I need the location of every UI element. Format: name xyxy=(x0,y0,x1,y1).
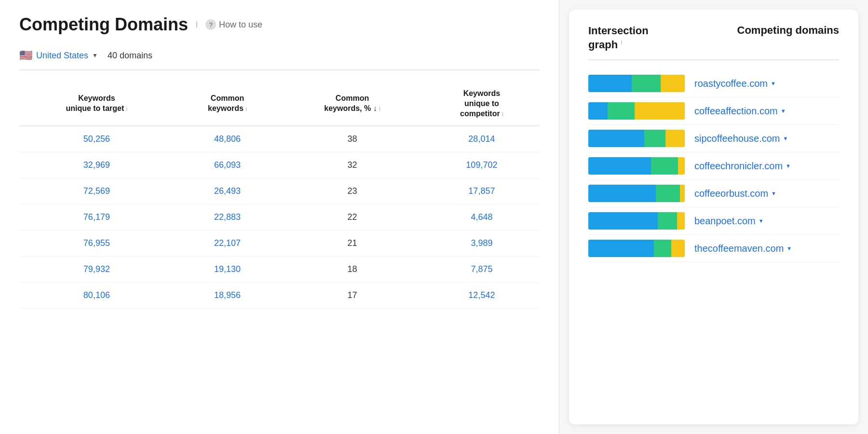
col-keywords-unique-target: Keywordsunique to target i xyxy=(19,82,174,126)
domain-name: beanpoet.com xyxy=(694,216,756,227)
bar-blue xyxy=(588,130,644,147)
cell-unique-target[interactable]: 32,969 xyxy=(19,152,174,178)
chevron-down-icon: ▼ xyxy=(92,52,98,59)
bar-green xyxy=(651,157,678,175)
domain-row: coffeeaffection.com ▼ xyxy=(588,97,839,125)
intersection-bar xyxy=(588,130,685,147)
domain-row: coffeeorbust.com ▼ xyxy=(588,180,839,207)
table-row: 79,932 19,130 18 7,875 xyxy=(19,257,540,283)
table-row: 32,969 66,093 32 109,702 xyxy=(19,152,540,178)
cell-unique-competitor[interactable]: 17,857 xyxy=(424,178,540,204)
cell-common-keywords[interactable]: 26,493 xyxy=(174,178,281,204)
bar-blue xyxy=(588,185,656,202)
domain-name: coffeeaffection.com xyxy=(694,106,778,117)
country-label: United States xyxy=(36,51,88,61)
domain-row: roastycoffee.com ▼ xyxy=(588,70,839,97)
domain-list: roastycoffee.com ▼ coffeeaffection.com ▼… xyxy=(588,70,839,262)
intersection-bar xyxy=(588,102,685,120)
cell-unique-competitor[interactable]: 4,648 xyxy=(424,204,540,231)
cell-common-pct: 21 xyxy=(281,231,424,257)
cell-unique-competitor[interactable]: 3,989 xyxy=(424,231,540,257)
bar-green xyxy=(656,185,680,202)
question-icon: ? xyxy=(205,19,216,30)
cell-unique-target[interactable]: 76,955 xyxy=(19,231,174,257)
cell-unique-target[interactable]: 80,106 xyxy=(19,283,174,309)
domain-chevron-icon: ▼ xyxy=(786,163,791,169)
table-header-row: Keywordsunique to target i Commonkeyword… xyxy=(19,82,540,126)
domain-row: beanpoet.com ▼ xyxy=(588,207,839,235)
cell-common-keywords[interactable]: 22,883 xyxy=(174,204,281,231)
domain-link[interactable]: coffeeaffection.com ▼ xyxy=(694,106,786,117)
table-row: 72,569 26,493 23 17,857 xyxy=(19,178,540,204)
col-common-pct[interactable]: Commonkeywords, % ↓ i xyxy=(281,82,424,126)
col-common-keywords: Commonkeywords i xyxy=(174,82,281,126)
table-body: 50,256 48,806 38 28,014 32,969 66,093 32… xyxy=(19,126,540,309)
domain-name: roastycoffee.com xyxy=(694,78,768,89)
domain-chevron-icon: ▼ xyxy=(787,245,792,251)
bar-yellow xyxy=(671,240,685,257)
bar-yellow xyxy=(680,185,685,202)
domain-chevron-icon: ▼ xyxy=(771,190,776,196)
domain-row: coffeechronicler.com ▼ xyxy=(588,152,839,180)
bar-blue xyxy=(588,102,608,120)
bar-yellow xyxy=(678,157,685,175)
domain-link[interactable]: sipcoffeehouse.com ▼ xyxy=(694,133,788,144)
domain-link[interactable]: coffeeorbust.com ▼ xyxy=(694,188,776,199)
cell-unique-competitor[interactable]: 7,875 xyxy=(424,257,540,283)
domain-link[interactable]: thecoffeemaven.com ▼ xyxy=(694,243,792,254)
col-keywords-unique-competitor: Keywordsunique tocompetitor i xyxy=(424,82,540,126)
domain-link[interactable]: roastycoffee.com ▼ xyxy=(694,78,776,89)
domain-name: thecoffeemaven.com xyxy=(694,243,784,254)
cell-unique-target[interactable]: 50,256 xyxy=(19,126,174,152)
intersection-bar xyxy=(588,185,685,202)
cell-common-pct: 32 xyxy=(281,152,424,178)
domain-link[interactable]: coffeechronicler.com ▼ xyxy=(694,161,791,172)
right-panel-header: Intersectiongraph i Competing domains xyxy=(588,24,839,60)
left-panel: Competing Domains i ? How to use 🇺🇸 Unit… xyxy=(0,0,559,434)
cell-unique-target[interactable]: 79,932 xyxy=(19,257,174,283)
cell-common-keywords[interactable]: 19,130 xyxy=(174,257,281,283)
bar-green xyxy=(654,240,671,257)
title-info-icon[interactable]: i xyxy=(196,20,198,30)
domain-row: sipcoffeehouse.com ▼ xyxy=(588,125,839,152)
bar-green xyxy=(658,212,677,230)
flag-icon: 🇺🇸 xyxy=(19,49,32,62)
bar-green xyxy=(644,130,665,147)
cell-common-pct: 23 xyxy=(281,178,424,204)
domain-chevron-icon: ▼ xyxy=(781,108,786,114)
table-row: 76,955 22,107 21 3,989 xyxy=(19,231,540,257)
right-panel: Intersectiongraph i Competing domains ro… xyxy=(569,10,858,424)
intersection-bar xyxy=(588,240,685,257)
cell-unique-competitor[interactable]: 28,014 xyxy=(424,126,540,152)
domain-name: coffeechronicler.com xyxy=(694,161,783,172)
domain-chevron-icon: ▼ xyxy=(771,81,776,86)
table-row: 76,179 22,883 22 4,648 xyxy=(19,204,540,231)
cell-common-pct: 38 xyxy=(281,126,424,152)
bar-blue xyxy=(588,240,654,257)
intersection-bar xyxy=(588,212,685,230)
country-selector[interactable]: 🇺🇸 United States ▼ xyxy=(19,49,98,62)
competing-domains-col-title: Competing domains xyxy=(737,24,839,37)
domain-chevron-icon: ▼ xyxy=(759,218,764,224)
how-to-use-button[interactable]: ? How to use xyxy=(205,19,262,30)
table-row: 50,256 48,806 38 28,014 xyxy=(19,126,540,152)
domain-link[interactable]: beanpoet.com ▼ xyxy=(694,216,764,227)
domain-name: coffeeorbust.com xyxy=(694,188,768,199)
data-table: Keywordsunique to target i Commonkeyword… xyxy=(19,82,540,309)
cell-unique-competitor[interactable]: 109,702 xyxy=(424,152,540,178)
cell-common-keywords[interactable]: 22,107 xyxy=(174,231,281,257)
cell-common-keywords[interactable]: 66,093 xyxy=(174,152,281,178)
table-row: 80,106 18,956 17 12,542 xyxy=(19,283,540,309)
cell-common-pct: 17 xyxy=(281,283,424,309)
bar-yellow xyxy=(661,75,685,92)
cell-common-keywords[interactable]: 48,806 xyxy=(174,126,281,152)
cell-unique-target[interactable]: 76,179 xyxy=(19,204,174,231)
bar-green xyxy=(608,102,635,120)
cell-unique-target[interactable]: 72,569 xyxy=(19,178,174,204)
domains-count: 40 domains xyxy=(108,51,152,61)
bar-yellow xyxy=(635,102,685,120)
cell-unique-competitor[interactable]: 12,542 xyxy=(424,283,540,309)
cell-common-pct: 18 xyxy=(281,257,424,283)
bar-blue xyxy=(588,75,632,92)
cell-common-keywords[interactable]: 18,956 xyxy=(174,283,281,309)
